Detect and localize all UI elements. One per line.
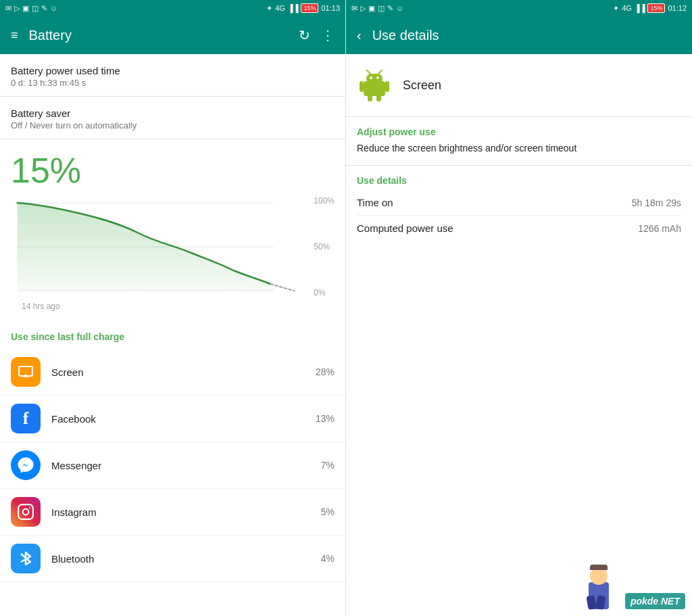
battery-power-used-section: Battery power used time 0 d: 13 h:33 m:4… <box>0 54 345 97</box>
app-list: Screen 28% f Facebook 13% Messenger 7% <box>0 349 345 582</box>
messenger-app-percent: 7% <box>321 460 335 471</box>
computed-power-label: Computed power use <box>357 222 453 234</box>
app-item-bluetooth[interactable]: Bluetooth 4% <box>0 536 345 582</box>
right-content: Screen Adjust power use Reduce the scree… <box>346 54 692 616</box>
refresh-icon[interactable]: ↻ <box>299 27 310 43</box>
use-details-data: Time on 5h 18m 29s Computed power use 12… <box>346 190 692 241</box>
app-item-messenger[interactable]: Messenger 7% <box>0 442 345 489</box>
r-signal-bars: ▐▐ <box>635 4 645 12</box>
left-content: Battery power used time 0 d: 13 h:33 m:4… <box>0 54 345 616</box>
left-status-icons: ✉ ▷ ▣ ◫ ✎ ☺ <box>5 4 57 13</box>
r-loc-icon: ▷ <box>360 4 366 13</box>
adjust-power-use-title: Adjust power use <box>357 126 681 137</box>
svg-rect-15 <box>360 81 364 92</box>
alert-icon: ◫ <box>32 4 39 13</box>
battery-power-used-value: 0 d: 13 h:33 m:45 s <box>11 78 335 88</box>
left-status-right: ✦ 4G ▐▐ 15% 01:13 <box>266 3 340 13</box>
app-item-instagram[interactable]: Instagram 5% <box>0 489 345 536</box>
bluetooth-app-name: Bluetooth <box>51 553 321 565</box>
facebook-app-percent: 13% <box>316 413 335 424</box>
use-details-app-header: Screen <box>346 54 692 117</box>
svg-rect-16 <box>385 81 389 92</box>
svg-point-7 <box>23 509 29 515</box>
svg-rect-9 <box>364 81 385 96</box>
svg-rect-18 <box>376 95 381 101</box>
battery-chart: 100% 50% 0% 14 hrs ago <box>0 196 345 322</box>
use-since-header: Use since last full charge <box>0 322 345 349</box>
r-edit-icon: ✎ <box>387 4 393 13</box>
use-details-app-name: Screen <box>403 78 441 93</box>
left-panel: ✉ ▷ ▣ ◫ ✎ ☺ ✦ 4G ▐▐ 15% 01:13 ≡ Battery … <box>0 0 346 616</box>
app-item-facebook[interactable]: f Facebook 13% <box>0 396 345 442</box>
screen-app-name: Screen <box>51 366 316 378</box>
left-battery-indicator: 15% <box>301 3 318 13</box>
svg-point-8 <box>29 507 30 508</box>
facebook-app-icon: f <box>11 404 41 433</box>
right-status-icons: ✉ ▷ ▣ ◫ ✎ ☺ <box>351 4 403 13</box>
android-robot-icon <box>357 68 392 103</box>
chat-icon: ☺ <box>50 4 57 12</box>
right-battery-indicator: 15% <box>647 3 665 13</box>
r-alert-icon: ◫ <box>378 4 385 13</box>
more-options-icon[interactable]: ⋮ <box>321 27 335 43</box>
battery-saver-label: Battery saver <box>11 108 335 119</box>
right-toolbar: ‹ Use details <box>346 16 692 54</box>
right-status-right: ✦ 4G ▐▐ 15% 01:12 <box>613 3 687 13</box>
bluetooth-status-icon: ✦ <box>266 4 272 13</box>
svg-point-12 <box>376 76 379 79</box>
instagram-app-icon <box>11 497 41 527</box>
chart-label-50: 50% <box>314 242 335 252</box>
screen-app-icon <box>11 357 41 387</box>
bluetooth-app-icon <box>11 544 41 573</box>
r-cam-icon: ▣ <box>368 4 375 13</box>
messenger-app-icon <box>11 450 41 480</box>
right-toolbar-title: Use details <box>372 28 681 43</box>
time-on-row: Time on 5h 18m 29s <box>357 190 681 216</box>
adjust-power-use-section[interactable]: Adjust power use Reduce the screen brigh… <box>346 117 692 166</box>
screen-app-percent: 28% <box>316 366 335 377</box>
use-details-section-title: Use details <box>357 175 681 186</box>
battery-percentage: 15% <box>0 139 345 196</box>
facebook-app-name: Facebook <box>51 413 316 425</box>
svg-line-14 <box>378 70 382 74</box>
left-toolbar-title: Battery <box>29 28 299 43</box>
app-item-screen[interactable]: Screen 28% <box>0 349 345 396</box>
instagram-app-percent: 5% <box>321 506 335 517</box>
loc-icon: ▷ <box>14 4 20 13</box>
svg-point-11 <box>370 76 372 79</box>
time-on-value: 5h 18m 29s <box>632 197 681 208</box>
computed-power-row: Computed power use 1266 mAh <box>357 216 681 241</box>
battery-chart-svg <box>11 196 307 298</box>
instagram-app-name: Instagram <box>51 506 321 518</box>
chart-label-100: 100% <box>314 196 335 206</box>
r-chat-icon: ☺ <box>396 4 403 12</box>
r-signal-4g-icon: 4G <box>622 4 632 12</box>
time-on-label: Time on <box>357 197 393 208</box>
svg-rect-3 <box>19 366 32 376</box>
signal-4g-icon: 4G <box>275 4 285 12</box>
r-bluetooth-icon: ✦ <box>613 4 619 13</box>
msg-icon: ✉ <box>5 4 11 13</box>
right-panel: ✉ ▷ ▣ ◫ ✎ ☺ ✦ 4G ▐▐ 15% 01:12 ‹ Use deta… <box>346 0 692 616</box>
back-button[interactable]: ‹ <box>357 28 362 43</box>
right-time: 01:12 <box>668 4 687 12</box>
computed-power-value: 1266 mAh <box>638 223 681 234</box>
svg-rect-6 <box>18 504 33 519</box>
bluetooth-app-percent: 4% <box>321 553 335 564</box>
chart-label-0: 0% <box>314 288 335 298</box>
svg-rect-17 <box>368 95 372 101</box>
left-status-bar: ✉ ▷ ▣ ◫ ✎ ☺ ✦ 4G ▐▐ 15% 01:13 <box>0 0 345 16</box>
hamburger-menu-icon[interactable]: ≡ <box>11 28 18 43</box>
messenger-app-name: Messenger <box>51 460 321 471</box>
cam-icon: ▣ <box>22 4 29 13</box>
adjust-power-use-text: Reduce the screen brightness and/or scre… <box>357 141 681 156</box>
battery-saver-value: Off / Never turn on automatically <box>11 120 335 131</box>
left-toolbar-icons: ↻ ⋮ <box>299 27 335 43</box>
edit-icon: ✎ <box>41 4 47 13</box>
battery-saver-section[interactable]: Battery saver Off / Never turn on automa… <box>0 97 345 139</box>
r-msg-icon: ✉ <box>351 4 357 13</box>
chart-time-ago: 14 hrs ago <box>11 300 335 316</box>
svg-rect-10 <box>366 74 382 83</box>
left-toolbar: ≡ Battery ↻ ⋮ <box>0 16 345 54</box>
svg-line-13 <box>367 70 370 74</box>
